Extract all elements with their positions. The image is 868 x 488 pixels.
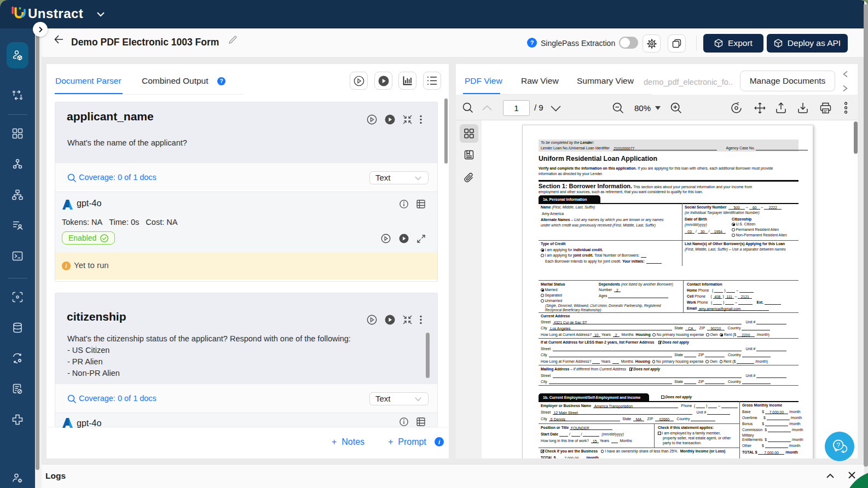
svg-text:?: ? <box>836 441 840 449</box>
